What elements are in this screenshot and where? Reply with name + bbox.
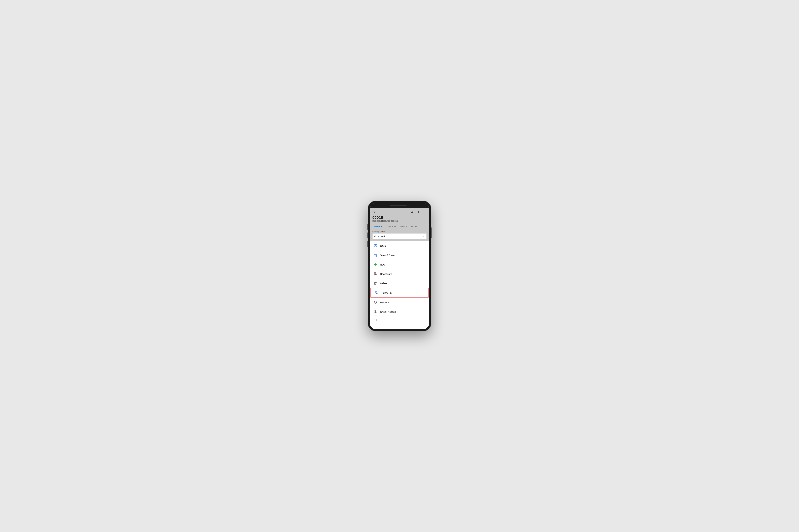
check-access-label: Check Access — [380, 310, 396, 313]
svg-line-35 — [376, 312, 377, 313]
tab-notes[interactable]: Notes — [409, 224, 419, 229]
chevron-down-icon: ⌄ — [423, 235, 425, 238]
phone-device: 00015 Bookable Resource Booking General … — [368, 201, 431, 331]
app-content: 00015 Bookable Resource Booking General … — [370, 208, 429, 329]
refresh-label: Refresh — [380, 301, 389, 304]
delete-menu-item[interactable]: Delete — [370, 279, 429, 288]
follow-up-label: Follow up — [381, 291, 392, 294]
menu-list: Save 1 Save & Close — [370, 241, 429, 329]
new-label: New — [380, 263, 385, 266]
booking-status-value: Completed — [374, 235, 385, 238]
save-icon — [373, 243, 378, 248]
back-button[interactable] — [373, 210, 376, 214]
svg-point-6 — [425, 213, 425, 213]
new-menu-item[interactable]: New — [370, 260, 429, 269]
tab-general[interactable]: General — [373, 224, 384, 229]
svg-point-4 — [425, 211, 425, 211]
svg-point-5 — [425, 212, 425, 212]
more-icon — [423, 210, 426, 213]
top-bar: 00015 Bookable Resource Booking General … — [370, 208, 429, 229]
more-button[interactable] — [423, 210, 426, 214]
svg-rect-9 — [374, 246, 376, 247]
tab-customer[interactable]: Customer — [384, 224, 398, 229]
save-menu-item[interactable]: Save — [370, 241, 429, 250]
follow-up-menu-item[interactable]: Follow up — [370, 288, 429, 298]
svg-text:1: 1 — [376, 255, 377, 256]
delete-label: Delete — [380, 282, 387, 285]
required-indicator: * — [385, 231, 385, 233]
save-close-label: Save & Close — [380, 254, 395, 256]
notch-camera — [408, 205, 409, 206]
refresh-menu-item[interactable]: Refresh — [370, 298, 429, 307]
save-label: Save — [380, 244, 386, 247]
record-id: 00015 — [373, 215, 426, 220]
tab-service[interactable]: Service — [398, 224, 409, 229]
booking-status-dropdown[interactable]: Completed ⌄ — [373, 233, 426, 239]
svg-rect-8 — [375, 244, 376, 245]
booking-area: Booking Status* Completed ⌄ — [370, 229, 429, 241]
new-icon — [373, 262, 378, 267]
notch-bar — [390, 205, 406, 206]
partial-icon — [373, 318, 378, 323]
check-access-icon — [373, 309, 378, 314]
save-close-icon: 1 — [373, 253, 378, 258]
search-icon — [411, 210, 414, 213]
back-icon — [373, 210, 376, 213]
phone-screen: 00015 Bookable Resource Booking General … — [370, 203, 429, 329]
refresh-icon — [373, 300, 378, 305]
deactivate-label: Deactivate — [380, 272, 392, 276]
svg-rect-24 — [375, 283, 376, 285]
svg-line-1 — [413, 212, 413, 213]
search-button[interactable] — [410, 210, 414, 214]
deactivate-icon — [373, 271, 378, 276]
add-button[interactable] — [417, 210, 420, 214]
plus-icon — [417, 210, 420, 213]
booking-status-label: Booking Status* — [373, 231, 426, 233]
top-actions — [373, 210, 426, 214]
top-actions-right — [410, 210, 426, 214]
partial-menu-item — [370, 317, 429, 324]
follow-up-icon — [374, 290, 379, 295]
tabs: General Customer Service Notes — [373, 224, 426, 229]
delete-icon — [373, 281, 378, 286]
record-type: Bookable Resource Booking — [373, 220, 426, 222]
phone-notch — [370, 203, 429, 208]
deactivate-menu-item[interactable]: Deactivate — [370, 269, 429, 279]
save-close-menu-item[interactable]: 1 Save & Close — [370, 250, 429, 260]
check-access-menu-item[interactable]: Check Access — [370, 307, 429, 317]
